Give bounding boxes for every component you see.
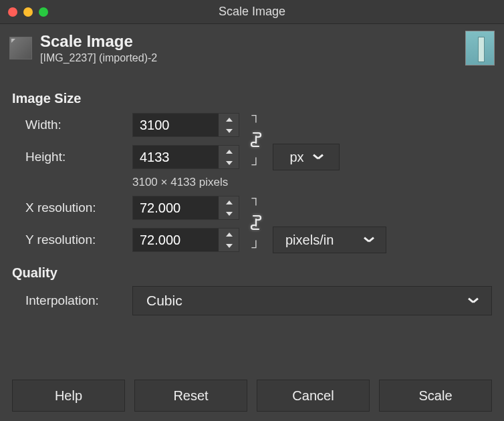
height-spinbox[interactable] xyxy=(132,145,239,169)
bracket-top-icon: ┐ xyxy=(252,193,261,202)
height-step-up[interactable] xyxy=(219,146,239,157)
dialog-header: Scale Image [IMG_2237] (imported)-2 xyxy=(0,24,504,75)
chain-link-icon xyxy=(249,213,263,232)
section-heading-image-size: Image Size xyxy=(12,91,492,106)
chain-link-icon xyxy=(249,130,263,149)
height-input[interactable] xyxy=(133,146,219,168)
xres-spinbox[interactable] xyxy=(132,196,239,220)
chevron-down-icon xyxy=(226,212,233,216)
size-unit-label: px xyxy=(289,150,303,165)
minimize-window-button[interactable] xyxy=(23,7,33,17)
chevron-down-icon xyxy=(469,298,478,303)
cancel-button[interactable]: Cancel xyxy=(257,380,370,412)
reset-button-label: Reset xyxy=(173,388,208,404)
height-label: Height: xyxy=(25,150,132,164)
size-unit-select[interactable]: px xyxy=(273,144,340,170)
chevron-down-icon xyxy=(226,129,233,133)
scale-button-label: Scale xyxy=(418,388,452,404)
window-title: Scale Image xyxy=(0,5,504,19)
chevron-down-icon xyxy=(313,154,323,160)
chevron-down-icon xyxy=(226,244,233,248)
chevron-up-icon xyxy=(226,150,233,154)
chevron-up-icon xyxy=(226,233,233,237)
width-label: Width: xyxy=(25,118,132,132)
width-input[interactable] xyxy=(133,114,219,136)
width-step-down[interactable] xyxy=(219,125,239,136)
yres-label: Y resolution: xyxy=(25,233,132,247)
help-button-label: Help xyxy=(55,388,82,404)
yres-input[interactable] xyxy=(133,229,219,251)
resolution-unit-select[interactable]: pixels/in xyxy=(273,227,386,253)
dimensions-readout: 3100 × 4133 pixels xyxy=(132,176,492,189)
yres-spinbox[interactable] xyxy=(132,228,239,252)
aspect-ratio-chain[interactable]: ┐ ┘ xyxy=(245,110,267,169)
interpolation-select[interactable]: Cubic xyxy=(132,286,492,315)
height-step-down[interactable] xyxy=(219,157,239,168)
interpolation-label: Interpolation: xyxy=(25,293,132,308)
bracket-bottom-icon: ┘ xyxy=(252,160,261,169)
xres-step-down[interactable] xyxy=(219,208,239,219)
yres-step-down[interactable] xyxy=(219,240,239,251)
image-thumbnail xyxy=(465,31,495,65)
resolution-unit-label: pixels/in xyxy=(285,233,334,248)
scale-image-icon xyxy=(9,37,32,59)
resolution-chain[interactable]: ┐ ┘ xyxy=(245,193,267,252)
titlebar: Scale Image xyxy=(0,0,504,24)
dialog-button-row: Help Reset Cancel Scale xyxy=(12,380,492,412)
chevron-down-icon xyxy=(364,237,374,243)
xres-label: X resolution: xyxy=(25,200,132,215)
dialog-title: Scale Image xyxy=(40,32,457,51)
width-spinbox[interactable] xyxy=(132,113,239,137)
chevron-up-icon xyxy=(226,118,233,122)
help-button[interactable]: Help xyxy=(12,380,125,412)
section-heading-quality: Quality xyxy=(12,265,492,281)
scale-button[interactable]: Scale xyxy=(379,380,492,412)
reset-button[interactable]: Reset xyxy=(134,380,247,412)
xres-input[interactable] xyxy=(133,196,219,219)
window-controls xyxy=(0,7,48,17)
yres-step-up[interactable] xyxy=(219,229,239,240)
xres-step-up[interactable] xyxy=(219,196,239,208)
interpolation-value: Cubic xyxy=(146,293,182,309)
zoom-window-button[interactable] xyxy=(39,7,48,17)
chevron-up-icon xyxy=(226,200,233,204)
bracket-top-icon: ┐ xyxy=(252,110,261,120)
chevron-down-icon xyxy=(226,161,233,165)
close-window-button[interactable] xyxy=(8,7,17,17)
bracket-bottom-icon: ┘ xyxy=(252,243,261,252)
width-step-up[interactable] xyxy=(219,114,239,125)
cancel-button-label: Cancel xyxy=(292,388,334,404)
dialog-subtitle: [IMG_2237] (imported)-2 xyxy=(40,52,457,64)
